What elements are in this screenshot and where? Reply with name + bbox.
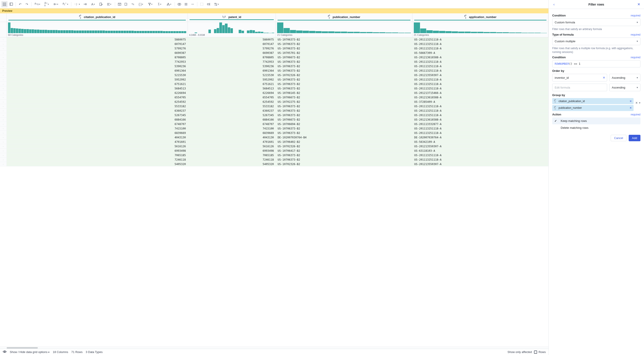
cell[interactable]: US-201113251118-A: [412, 46, 548, 51]
align-icon[interactable]: ▾: [105, 1, 114, 7]
cell[interactable]: 6884166: [188, 117, 276, 122]
cell[interactable]: 4043130: [7, 135, 188, 140]
cell[interactable]: 6993498: [188, 149, 276, 153]
cell[interactable]: 5616126: [188, 144, 276, 149]
condition-select[interactable]: Custom formula▾: [552, 19, 640, 26]
apps-icon[interactable]: [1, 1, 8, 7]
cell[interactable]: US-10706694-B2: [276, 122, 412, 126]
cell[interactable]: US-10705701-B2: [276, 51, 412, 55]
table-op1-icon[interactable]: [116, 1, 123, 7]
cell[interactable]: US-201113251118-A: [412, 77, 548, 82]
table-row[interactable]: ·77429537742953US-10706373-B2US-20111325…: [0, 60, 548, 64]
cell[interactable]: US-201113332877-A: [412, 122, 548, 126]
cell[interactable]: 6690387: [7, 51, 188, 55]
cell[interactable]: US-201213550307-A: [412, 162, 548, 166]
cell[interactable]: 6226694: [188, 91, 276, 95]
cell[interactable]: US-37285409-A: [412, 100, 548, 104]
cell[interactable]: US-10706673-B2: [276, 117, 412, 122]
orderby-dir-1[interactable]: Ascending▾: [609, 74, 640, 81]
cell[interactable]: 5267345: [188, 113, 276, 117]
cell[interactable]: US-10702326-B2: [276, 162, 412, 166]
cell[interactable]: 5390236: [188, 64, 276, 69]
cell[interactable]: 4043130: [188, 135, 276, 140]
settings-icon[interactable]: ▾: [212, 1, 221, 7]
cell[interactable]: 5405320: [7, 162, 188, 166]
table-row[interactable]: ·65547056554705US-10706673-B2US-20121361…: [0, 95, 548, 100]
cell[interactable]: US-10706373-B2: [276, 69, 412, 73]
cell[interactable]: US-10702326-B2: [276, 144, 412, 149]
cell[interactable]: 5684513: [188, 86, 276, 91]
cell[interactable]: US-10706373-B2: [276, 153, 412, 157]
cell[interactable]: US-10706373-B2: [276, 126, 412, 131]
cell[interactable]: 5952992: [7, 77, 188, 82]
cell[interactable]: US-10706373-B2: [276, 113, 412, 117]
table-row[interactable]: ·68396696839669US-10706373-B2US-20111325…: [0, 131, 548, 135]
cell[interactable]: 7415100: [188, 126, 276, 131]
cell[interactable]: US-201213715466-A: [412, 91, 548, 95]
cell[interactable]: 6554705: [188, 95, 276, 100]
cell[interactable]: 5390236: [7, 64, 188, 69]
cell[interactable]: US-201213550307-A: [412, 73, 548, 77]
orderby-field-1[interactable]: inventor_id: [552, 74, 607, 81]
cell[interactable]: US-10702275-B2: [276, 100, 412, 104]
cell[interactable]: 8708805: [188, 55, 276, 60]
add-button[interactable]: Add: [629, 135, 640, 141]
table-row[interactable]: ·70651857065185US-10706373-B2US-20111325…: [0, 153, 548, 157]
column-header[interactable]: 123patent_id: [188, 13, 276, 22]
cell[interactable]: 6839669: [188, 131, 276, 135]
cell[interactable]: US-10706373-B2: [276, 37, 412, 42]
cell[interactable]: US-10706373-B2: [276, 46, 412, 51]
cell[interactable]: 6070147: [188, 42, 276, 46]
orderby-dir-2[interactable]: Ascending▾: [609, 84, 640, 91]
cell[interactable]: US-201113251118-A: [412, 82, 548, 86]
cell[interactable]: 5799276: [188, 46, 276, 51]
cell[interactable]: US-201113251118-A: [412, 157, 548, 162]
cell[interactable]: US-201113251118-A: [412, 64, 548, 69]
cell[interactable]: 6901364: [7, 69, 188, 73]
text-transform-icon[interactable]: A▾: [89, 1, 98, 7]
cell[interactable]: 4701601: [7, 140, 188, 144]
cell[interactable]: 6748707: [188, 122, 276, 126]
cell[interactable]: 5860075: [7, 37, 188, 42]
cell[interactable]: US-10706373-B2: [276, 86, 412, 91]
cell[interactable]: US-201213550307-A: [412, 144, 548, 149]
table-row[interactable]: ·47016014701601US-10706402-B2US-56342109…: [0, 140, 548, 144]
redo-icon[interactable]: ↷: [24, 1, 30, 7]
cell[interactable]: US-10706373-B2: [276, 157, 412, 162]
cell[interactable]: US-10706402-B2: [276, 140, 412, 144]
close-icon[interactable]: ✕: [636, 2, 641, 7]
table-row[interactable]: ·53902365390236US-10706373-B2US-20111325…: [0, 64, 548, 69]
cell[interactable]: 7742953: [188, 60, 276, 64]
cell[interactable]: US-201113251118-A: [412, 153, 548, 157]
table-row[interactable]: ·54053205405320US-10702326-B2US-20121355…: [0, 162, 548, 166]
select-area-icon[interactable]: [199, 1, 205, 7]
table-row[interactable]: ·72461187246118US-10706373-B2US-20111325…: [0, 157, 548, 162]
cell[interactable]: 5952992: [188, 77, 276, 82]
cell[interactable]: US-201113251118-A: [412, 69, 548, 73]
table-row[interactable]: ·62545926254592US-10702275-B2US-37285409…: [0, 100, 548, 104]
rename-column-icon[interactable]: A↓B▾: [33, 1, 42, 7]
undo-icon[interactable]: ↶: [17, 1, 23, 7]
table-op2-icon[interactable]: [123, 1, 129, 7]
more-icon[interactable]: ···: [190, 1, 196, 7]
cell[interactable]: 7065185: [7, 153, 188, 157]
cell[interactable]: 5860075: [188, 37, 276, 42]
cell[interactable]: US-10706373-B2: [276, 82, 412, 86]
cell[interactable]: 6751621: [7, 82, 188, 86]
braces-icon[interactable]: { }▾: [136, 1, 145, 7]
table-row[interactable]: ·58600755860075US-10706373-B2US-20111325…: [0, 37, 548, 42]
cell[interactable]: US-201113251118-A: [412, 60, 548, 64]
cell[interactable]: US-201113251118-A: [412, 131, 548, 135]
cell[interactable]: 6690387: [188, 51, 276, 55]
cell[interactable]: US-10706373-B2: [276, 77, 412, 82]
cell[interactable]: US-56342109-A: [412, 140, 548, 144]
action-delete[interactable]: Delete matching rows: [552, 124, 640, 131]
cell[interactable]: 6839669: [7, 131, 188, 135]
cell[interactable]: 6254592: [188, 100, 276, 104]
cell[interactable]: DE-102007030764-B4: [276, 135, 412, 140]
cell[interactable]: US-10706417-B2: [276, 149, 412, 153]
action-keep[interactable]: ✓Keep matching rows: [552, 117, 640, 124]
formula-type-select[interactable]: Custom multiple▾: [552, 38, 640, 45]
cell[interactable]: US-201213616588-A: [412, 55, 548, 60]
cell[interactable]: US-63118103-A: [412, 149, 548, 153]
